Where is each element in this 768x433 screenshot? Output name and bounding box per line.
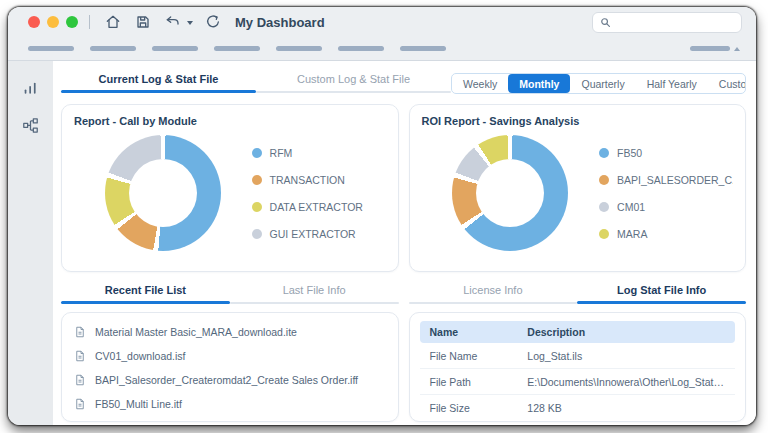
legend-item: BAPI_SALESORDER_C... [599,174,733,186]
undo-dropdown-caret[interactable] [187,21,193,25]
legend-item: CM01 [599,201,733,213]
chart-title: ROI Report - Savings Analysis [422,115,734,127]
left-sidebar [8,61,53,425]
home-button[interactable] [101,11,125,33]
legend-dot [252,202,262,212]
period-quarterly[interactable]: Quarterly [570,74,635,93]
tab-custom-log-stat-file[interactable]: Custom Log & Stat File [256,73,451,93]
home-icon [105,14,121,30]
legend-item: GUI EXTRACTOR [252,228,386,240]
file-icon [74,350,86,362]
legend-dot [599,175,609,185]
file-icon [74,374,86,386]
legend-dot [599,148,609,158]
table-row: File Name Log_Stat.ils [420,343,736,369]
legend-item: TRANSACTION [252,174,386,186]
file-list-tabs: Recent File List Last File Info [61,284,399,304]
legend-dot [599,202,609,212]
legend-dot [252,148,262,158]
donut-chart-call-by-module [105,135,221,251]
donut-chart-roi-savings [452,135,568,251]
legend-dot [252,175,262,185]
menu-item-placeholder[interactable] [276,46,322,51]
period-selector: Weekly Monthly Quarterly Half Yearly Cus… [451,73,746,94]
undo-icon [165,14,181,30]
legend-dot [252,229,262,239]
legend-item: RFM [252,147,386,159]
hierarchy-icon [22,117,39,134]
menu-item-placeholder[interactable] [400,46,446,51]
legend-item: MARA [599,228,733,240]
search-icon [600,17,611,28]
page-title: My Dashboard [235,15,325,30]
file-icon [74,398,86,410]
sidebar-item-hierarchy[interactable] [21,115,41,135]
chart-legend: FB50 BAPI_SALESORDER_C... CM01 MARA [599,147,733,240]
table-row: File Path E:\Documents\Innowera\Other\Lo… [420,369,736,395]
table-row: File Size 128 KB [420,395,736,421]
column-header-name: Name [420,321,518,343]
tab-license-info[interactable]: License Info [409,284,578,304]
undo-button[interactable] [161,11,185,33]
app-window: My Dashboard [8,7,756,425]
refresh-button[interactable] [201,11,225,33]
menu-item-placeholder[interactable] [338,46,384,51]
toolbar-divider [89,15,90,29]
refresh-icon [205,14,221,30]
column-header-description: Description [517,321,735,343]
menu-item-placeholder[interactable] [152,46,198,51]
period-weekly[interactable]: Weekly [452,74,508,93]
maximize-window-button[interactable] [66,16,78,28]
card-call-by-module: Report - Call by Module RFM TRANSACTION … [61,104,399,272]
list-item[interactable]: BAPI_Salesorder_Createromdat2_Create Sal… [74,368,386,392]
log-stat-tabs: Current Log & Stat File Custom Log & Sta… [61,73,451,93]
tab-log-stat-file-info[interactable]: Log Stat File Info [577,284,746,304]
card-recent-files: Material Master Basic_MARA_download.ite … [61,312,399,422]
legend-item: FB50 [599,147,733,159]
menu-item-placeholder-right[interactable] [690,46,740,51]
menu-item-placeholder[interactable] [90,46,136,51]
minimize-window-button[interactable] [47,16,59,28]
list-item[interactable]: FB50_Multi Line.itf [74,392,386,416]
period-monthly[interactable]: Monthly [508,74,570,93]
collapse-caret-icon [734,47,740,51]
bar-chart-icon [22,79,39,96]
main-content: Current Log & Stat File Custom Log & Sta… [53,61,756,425]
menu-bar-row [8,37,756,61]
legend-dot [599,229,609,239]
file-icon [74,326,86,338]
close-window-button[interactable] [28,16,40,28]
save-icon [135,14,151,30]
title-bar: My Dashboard [8,7,756,37]
chart-legend: RFM TRANSACTION DATA EXTRACTOR GUI EXTRA… [252,147,386,240]
table-header-row: Name Description [420,321,736,343]
save-button[interactable] [131,11,155,33]
legend-item: DATA EXTRACTOR [252,201,386,213]
menu-item-placeholder[interactable] [28,46,74,51]
file-info-table: Name Description File Name Log_Stat.ils … [420,321,736,420]
list-item[interactable]: CV01_download.isf [74,344,386,368]
card-log-stat-file-info: Name Description File Name Log_Stat.ils … [409,312,747,422]
card-roi-savings: ROI Report - Savings Analysis FB50 BAPI_… [409,104,747,272]
search-input[interactable] [616,15,734,29]
sidebar-item-charts[interactable] [21,77,41,97]
search-box[interactable] [592,12,742,33]
tab-recent-file-list[interactable]: Recent File List [61,284,230,304]
period-half-yearly[interactable]: Half Yearly [636,74,708,93]
window-controls [28,16,78,28]
period-custom[interactable]: Custom [708,74,746,93]
menu-item-placeholder[interactable] [214,46,260,51]
tab-last-file-info[interactable]: Last File Info [230,284,399,304]
info-tabs: License Info Log Stat File Info [409,284,747,304]
list-item[interactable]: Material Master Basic_MARA_download.ite [74,320,386,344]
tab-current-log-stat-file[interactable]: Current Log & Stat File [61,73,256,93]
chart-title: Report - Call by Module [74,115,386,127]
